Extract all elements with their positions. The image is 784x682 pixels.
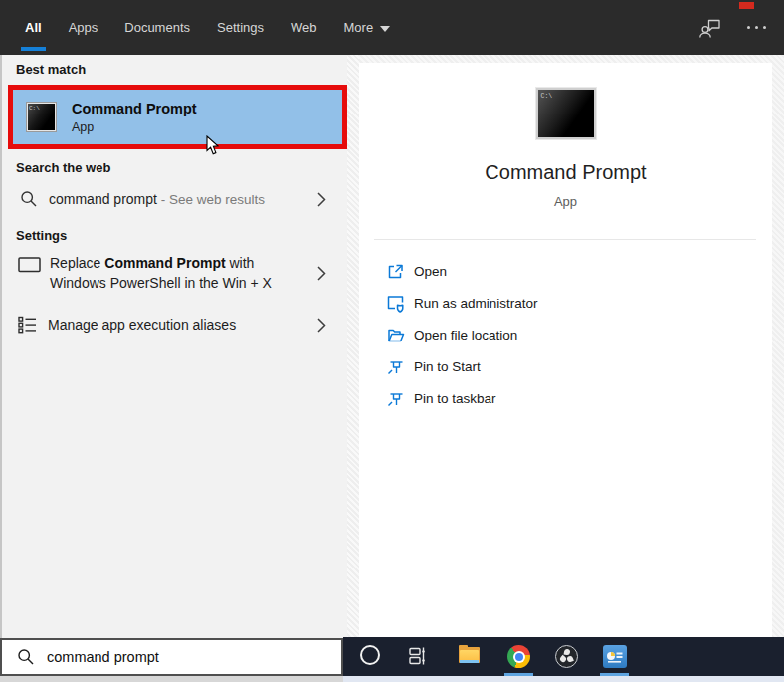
window-icon bbox=[18, 257, 41, 273]
chevron-right-icon bbox=[317, 192, 326, 207]
screen-edge bbox=[343, 676, 784, 682]
screen-edge bbox=[0, 676, 343, 682]
tab-all[interactable]: All bbox=[25, 20, 42, 35]
web-search-suffix: - See web results bbox=[157, 192, 265, 207]
open-icon bbox=[386, 262, 405, 280]
action-list: Open Run as administrator bbox=[359, 255, 772, 414]
preview-panel-zone: C:\ Command Prompt App Open bbox=[359, 55, 784, 638]
action-pin-to-taskbar[interactable]: Pin to taskbar bbox=[359, 382, 772, 414]
cortana-icon[interactable] bbox=[360, 645, 380, 665]
action-run-as-administrator[interactable]: Run as administrator bbox=[359, 287, 772, 319]
web-search-result[interactable]: command prompt - See web results bbox=[2, 182, 347, 216]
section-title-search-web: Search the web bbox=[16, 160, 110, 175]
action-open-file-location[interactable]: Open file location bbox=[359, 319, 772, 350]
best-match-result-command-prompt[interactable]: C:\ Command Prompt App bbox=[8, 85, 347, 149]
settings-result-app-aliases[interactable]: Manage app execution aliases bbox=[2, 310, 347, 340]
feedback-icon[interactable] bbox=[698, 16, 721, 39]
chrome-icon[interactable] bbox=[507, 645, 530, 668]
more-options-icon[interactable] bbox=[747, 26, 766, 29]
preview-app-name: Command Prompt bbox=[359, 161, 772, 184]
action-pin-to-start[interactable]: Pin to Start bbox=[359, 350, 772, 382]
system-app-icon[interactable] bbox=[603, 645, 627, 668]
web-search-query: command prompt bbox=[49, 191, 157, 207]
preview-app-type: App bbox=[359, 194, 772, 209]
search-icon bbox=[20, 190, 38, 208]
command-prompt-icon-large: C:\ bbox=[536, 88, 596, 139]
shield-icon bbox=[386, 294, 405, 313]
chevron-right-icon bbox=[317, 266, 326, 281]
preview-panel: C:\ Command Prompt App Open bbox=[359, 63, 772, 638]
search-input[interactable] bbox=[47, 649, 295, 665]
tab-settings[interactable]: Settings bbox=[217, 20, 264, 35]
section-title-best-match: Best match bbox=[16, 62, 86, 77]
best-match-app-name: Command Prompt bbox=[72, 101, 197, 116]
folder-icon bbox=[386, 327, 405, 343]
command-prompt-icon: C:\ bbox=[26, 102, 57, 132]
search-icon bbox=[17, 648, 35, 666]
section-title-settings: Settings bbox=[16, 228, 67, 243]
divider bbox=[374, 239, 756, 240]
list-icon bbox=[18, 316, 37, 334]
left-scrollbar-track[interactable] bbox=[347, 55, 359, 638]
results-panel: Best match C:\ Command Prompt App Search… bbox=[2, 55, 347, 638]
file-explorer-icon[interactable] bbox=[459, 647, 480, 663]
taskbar bbox=[343, 637, 784, 676]
pin-icon bbox=[386, 390, 405, 407]
settings-result-replace-cmd[interactable]: Replace Command Prompt with Windows Powe… bbox=[2, 250, 347, 302]
filter-tabs: All Apps Documents Settings Web More bbox=[0, 0, 784, 55]
red-recording-artifact bbox=[739, 2, 754, 9]
search-header: All Apps Documents Settings Web More bbox=[0, 0, 784, 55]
chevron-down-icon bbox=[380, 26, 390, 32]
obs-icon[interactable] bbox=[555, 645, 578, 668]
tab-more[interactable]: More bbox=[344, 20, 391, 35]
pin-icon bbox=[386, 358, 405, 375]
tab-apps[interactable]: Apps bbox=[69, 20, 98, 35]
tab-web[interactable]: Web bbox=[291, 20, 317, 35]
action-open[interactable]: Open bbox=[359, 255, 772, 287]
settings-result-text: Replace Command Prompt with Windows Powe… bbox=[50, 253, 287, 293]
settings-result-text: Manage app execution aliases bbox=[48, 317, 236, 333]
best-match-app-type: App bbox=[72, 120, 197, 134]
task-view-icon[interactable] bbox=[409, 647, 427, 665]
taskbar-search-box[interactable] bbox=[0, 638, 343, 676]
tab-documents[interactable]: Documents bbox=[124, 20, 190, 35]
mouse-cursor bbox=[206, 135, 220, 156]
chevron-right-icon bbox=[317, 318, 326, 333]
